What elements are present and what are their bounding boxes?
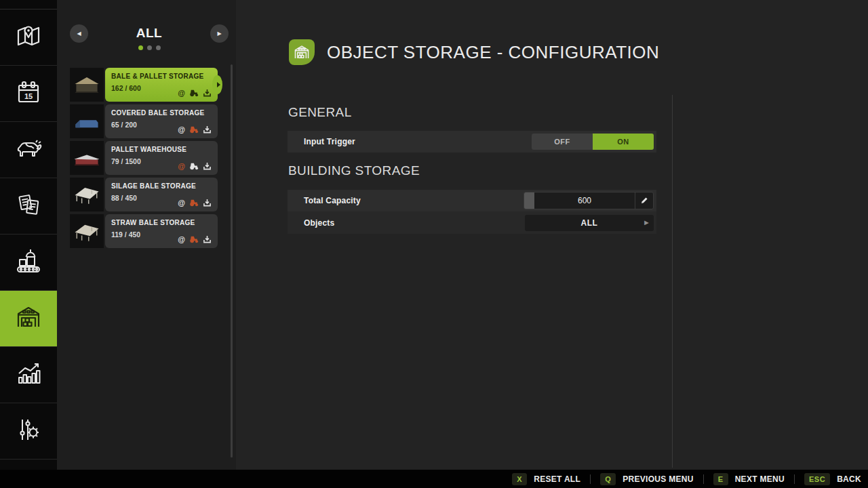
total-capacity-input[interactable]: 600 <box>524 192 654 209</box>
building-name: PALLET WAREHOUSE <box>111 146 211 153</box>
hint-previous-menu[interactable]: Q PREVIOUS MENU <box>600 473 694 485</box>
at-trigger-icon: @ <box>178 236 185 243</box>
building-list: BALE & PALLET STORAGE 162 / 600 @ <box>70 68 218 251</box>
building-thumbnail <box>70 68 104 102</box>
toggle-off-option[interactable]: OFF <box>532 134 593 150</box>
sidebar-item-production[interactable] <box>0 235 57 291</box>
storage-icon <box>14 302 43 335</box>
at-trigger-icon: @ <box>178 199 185 207</box>
object-storage-icon <box>289 39 315 65</box>
total-capacity-value[interactable]: 600 <box>534 192 635 209</box>
list-scrollbar[interactable] <box>231 64 233 458</box>
statistics-icon <box>14 359 43 391</box>
footer-divider <box>703 474 704 484</box>
building-card: SILAGE BALE STORAGE 88 / 450 @ <box>105 178 218 211</box>
hint-back[interactable]: ESC BACK <box>804 473 861 485</box>
map-icon <box>14 21 43 54</box>
menu-sidebar: 15 <box>0 0 57 488</box>
download-icon <box>203 125 212 134</box>
footer-divider <box>794 474 795 484</box>
tractor-icon <box>189 235 199 243</box>
next-category-button[interactable]: ▶ <box>210 24 229 43</box>
page-dots <box>138 45 161 50</box>
sidebar-item-animals[interactable] <box>0 122 57 178</box>
edit-value-button[interactable] <box>635 192 653 209</box>
tractor-icon <box>189 125 199 134</box>
download-icon <box>203 162 212 170</box>
key-e: E <box>713 473 728 485</box>
building-meta-icons: @ <box>178 199 212 207</box>
list-item-pallet-warehouse[interactable]: PALLET WAREHOUSE 79 / 1500 @ <box>70 141 218 175</box>
building-meta-icons: @ <box>178 235 212 243</box>
sidebar-item-contracts[interactable] <box>0 178 57 235</box>
content-divider <box>672 95 673 468</box>
toggle-on-option[interactable]: ON <box>593 134 654 150</box>
building-card: BALE & PALLET STORAGE 162 / 600 @ <box>105 68 218 102</box>
arrow-left-icon: ◀ <box>77 30 81 37</box>
building-card: STRAW BALE STORAGE 119 / 450 @ <box>105 214 218 248</box>
list-item-bale-pallet-storage[interactable]: BALE & PALLET STORAGE 162 / 600 @ <box>70 68 218 102</box>
sidebar-item-settings[interactable] <box>0 403 57 460</box>
hint-label: RESET ALL <box>534 474 580 484</box>
objects-select[interactable]: ALL ▶ <box>525 215 654 231</box>
key-q: Q <box>600 473 616 485</box>
category-title: ALL <box>136 26 162 41</box>
arrow-right-icon: ▶ <box>644 220 649 226</box>
animals-icon <box>14 134 43 166</box>
building-thumbnail <box>70 178 104 211</box>
arrow-right-icon: ▶ <box>217 30 221 37</box>
at-trigger-icon: @ <box>178 163 185 170</box>
sidebar-item-map[interactable] <box>0 9 57 66</box>
key-esc: ESC <box>804 473 830 485</box>
key-x: X <box>512 473 527 485</box>
sidebar-spacer <box>0 0 57 9</box>
building-card: COVERED BALE STORAGE 65 / 200 @ <box>105 104 218 138</box>
previous-category-button[interactable]: ◀ <box>70 24 88 43</box>
sidebar-item-statistics[interactable] <box>0 347 57 403</box>
list-item-silage-bale-storage[interactable]: SILAGE BALE STORAGE 88 / 450 @ <box>70 178 218 211</box>
section-heading-general: GENERAL <box>288 105 352 120</box>
tractor-icon <box>189 199 199 207</box>
page-dot <box>138 45 143 50</box>
input-trigger-toggle[interactable]: OFF ON <box>532 134 654 150</box>
slider-grip[interactable] <box>524 192 534 209</box>
download-icon <box>203 235 212 243</box>
at-trigger-icon: @ <box>178 126 185 134</box>
building-meta-icons: @ <box>178 89 212 97</box>
page-header: OBJECT STORAGE - CONFIGURATION <box>289 39 659 65</box>
download-icon <box>203 89 212 97</box>
page-dot <box>147 45 152 50</box>
selected-arrow-icon <box>217 82 220 87</box>
category-browser: ◀ ALL ▶ <box>70 24 229 50</box>
section-heading-building-storage: BUILDING STORAGE <box>288 163 420 178</box>
tractor-icon <box>189 89 199 97</box>
building-meta-icons: @ <box>178 125 212 134</box>
hint-next-menu[interactable]: E NEXT MENU <box>713 473 785 485</box>
svg-text:15: 15 <box>24 92 33 100</box>
building-card: PALLET WAREHOUSE 79 / 1500 @ <box>105 141 218 175</box>
hint-label: NEXT MENU <box>735 474 785 484</box>
sidebar-item-storage[interactable] <box>0 291 57 347</box>
production-icon <box>14 246 43 279</box>
configuration-panel: OBJECT STORAGE - CONFIGURATION GENERAL I… <box>236 0 868 470</box>
building-thumbnail <box>70 141 104 175</box>
list-item-covered-bale-storage[interactable]: COVERED BALE STORAGE 65 / 200 @ <box>70 104 218 138</box>
tractor-icon <box>189 162 199 170</box>
setting-label: Total Capacity <box>304 196 361 205</box>
objects-select-value: ALL <box>581 218 598 228</box>
settings-icon <box>14 415 43 447</box>
page-dot <box>156 45 161 50</box>
pencil-icon <box>641 195 648 207</box>
building-thumbnail <box>70 214 104 248</box>
list-item-straw-bale-storage[interactable]: STRAW BALE STORAGE 119 / 450 @ <box>70 214 218 248</box>
hint-label: PREVIOUS MENU <box>623 474 694 484</box>
setting-row-input-trigger: Input Trigger OFF ON <box>288 131 656 152</box>
hint-label: BACK <box>837 474 861 484</box>
game-menu-screen: 15 <box>0 0 868 488</box>
hint-reset-all[interactable]: X RESET ALL <box>512 473 580 485</box>
keybind-footer: X RESET ALL Q PREVIOUS MENU E NEXT MENU … <box>0 470 868 488</box>
building-name: COVERED BALE STORAGE <box>111 109 211 117</box>
calendar-icon: 15 <box>14 77 43 110</box>
sidebar-item-calendar[interactable]: 15 <box>0 66 57 122</box>
building-name: BALE & PALLET STORAGE <box>111 73 211 80</box>
